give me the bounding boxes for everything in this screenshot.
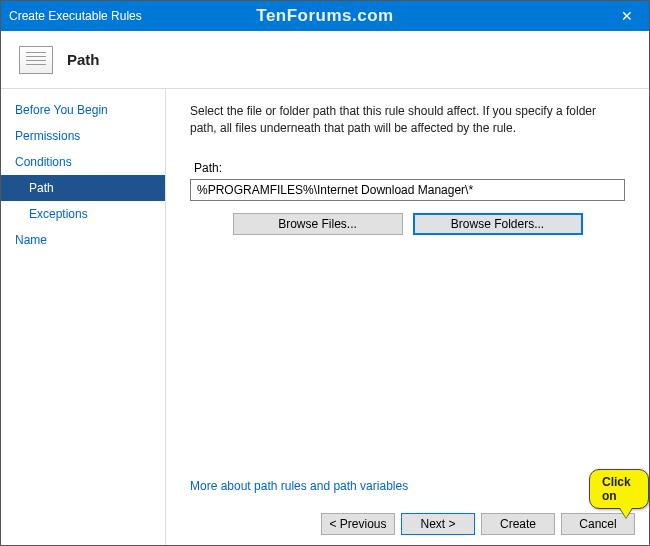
sidebar-item-permissions[interactable]: Permissions — [1, 123, 165, 149]
browse-folders-button[interactable]: Browse Folders... — [413, 213, 583, 235]
instructions-text: Select the file or folder path that this… — [190, 103, 625, 137]
page-title: Path — [67, 51, 100, 68]
sidebar-item-exceptions[interactable]: Exceptions — [1, 201, 165, 227]
create-button[interactable]: Create — [481, 513, 555, 535]
close-button[interactable]: ✕ — [604, 1, 649, 31]
browse-row: Browse Files... Browse Folders... — [190, 213, 625, 235]
next-button[interactable]: Next > — [401, 513, 475, 535]
callout-annotation: Click on — [589, 469, 649, 509]
footer-buttons: < Previous Next > Create Cancel — [321, 513, 635, 535]
sidebar-item-before-you-begin[interactable]: Before You Begin — [1, 97, 165, 123]
previous-button[interactable]: < Previous — [321, 513, 395, 535]
wizard-main: Select the file or folder path that this… — [166, 89, 649, 545]
spacer — [190, 235, 625, 479]
document-icon — [19, 46, 53, 74]
more-about-link[interactable]: More about path rules and path variables — [190, 479, 625, 493]
wizard-sidebar: Before You Begin Permissions Conditions … — [1, 89, 166, 545]
sidebar-item-path[interactable]: Path — [1, 175, 165, 201]
path-label: Path: — [190, 161, 625, 175]
window-title: Create Executable Rules — [9, 9, 142, 23]
browse-files-button[interactable]: Browse Files... — [233, 213, 403, 235]
watermark-text: TenForums.com — [256, 6, 393, 26]
sidebar-item-conditions[interactable]: Conditions — [1, 149, 165, 175]
close-icon: ✕ — [621, 8, 633, 24]
sidebar-item-name[interactable]: Name — [1, 227, 165, 253]
wizard-body: Before You Begin Permissions Conditions … — [1, 89, 649, 545]
wizard-header: Path — [1, 31, 649, 89]
titlebar: Create Executable Rules TenForums.com ✕ — [1, 1, 649, 31]
path-input[interactable] — [190, 179, 625, 201]
